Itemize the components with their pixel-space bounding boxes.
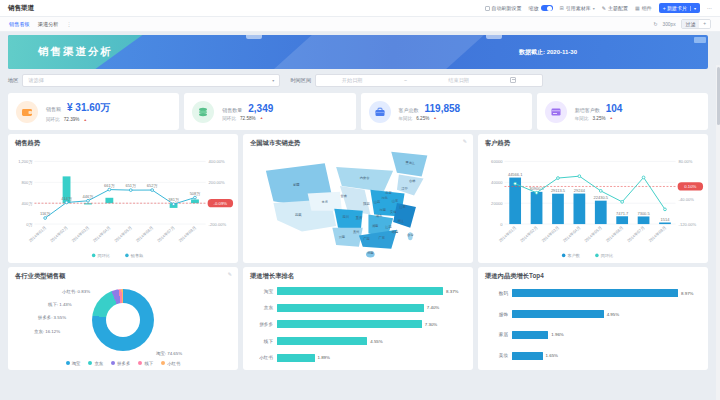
tabs: 销售看板 渠道分析 ⋮ [9,21,72,28]
auto-refresh-checkbox[interactable]: 自动刷新设置 [485,5,522,11]
view-segment-control: 过滤 + [681,19,711,29]
svg-text:-120.00%: -120.00% [679,222,697,227]
hbar-row[interactable]: 家居 1.96% [486,331,698,339]
svg-text:河南: 河南 [379,208,386,212]
customer-trend-chart[interactable]: 600004000020000080.00%-40.00%-120.00%445… [480,148,706,262]
svg-text:0: 0 [500,222,503,227]
svg-text:508万: 508万 [190,191,201,196]
svg-text:吉林: 吉林 [409,179,416,183]
kpi-card-new-customers: 新增客户数104 年同比3.25%▲ [537,93,708,130]
kpi-row: 销售额¥ 31.60万 同环比72.39%▲ 销售数量2,349 同环比72.5… [8,93,708,130]
tab-sales-board[interactable]: 销售看板 [9,21,30,28]
auto-refresh-label: 自动刷新设置 [492,5,522,11]
kpi-label: 新增客户数 [575,107,600,113]
svg-text:60000: 60000 [491,159,503,164]
region-placeholder: 请选择 [28,77,44,84]
hbar-category: 数码 [486,291,508,296]
pencil-icon: ✎ [602,5,606,11]
legend-item[interactable]: 京东 [88,361,103,366]
legend-item[interactable]: 淘宝 [66,361,81,366]
svg-text:2014年08月: 2014年08月 [648,225,668,243]
combo-chart-svg: 1,200万800万400万0万400.00%200.00%-200.00%11… [10,148,236,262]
grid-icon: ⊞ [560,5,564,11]
scrollbar-thumb[interactable] [717,67,720,125]
date-range-picker[interactable]: 开始日期 ~ 结束日期 [315,74,543,87]
svg-text:2014年01月: 2014年01月 [28,225,48,243]
filter-row: 地区 请选择 ▾ 时间区间 开始日期 ~ 结束日期 [8,69,708,91]
banner-notch [486,35,502,39]
svg-text:甘肃: 甘肃 [341,194,348,198]
hbar-bar [277,337,367,345]
hbar-value: 8.97% [681,291,693,296]
component-button[interactable]: ▦ 组件 [635,5,652,11]
kpi-sub-value: 72.58% [240,116,256,121]
wallet-icon [16,101,38,123]
zoom-toggle[interactable] [541,5,553,12]
hbar-row[interactable]: 拼多多 7.30% [251,320,463,328]
svg-text:陕西: 陕西 [363,201,370,206]
svg-text:同环比: 同环比 [601,253,613,258]
more-button[interactable]: ⋯ [707,5,712,11]
checkbox-icon[interactable] [485,6,490,11]
china-map-card: 全国城市实销走势 ✎ 新疆西藏青海甘肃内蒙古黑龙江吉林辽宁北京河北山西山东河南陕… [243,134,473,263]
svg-text:2014年04月: 2014年04月 [562,225,582,243]
svg-text:0万: 0万 [26,222,32,227]
tab-more-icon[interactable]: ⋮ [67,21,72,27]
legend-item[interactable]: 拼多多 [111,361,130,366]
hbar-row[interactable]: 服饰 4.95% [486,310,698,318]
library-menu[interactable]: ⊞ 引用素材库 ▾ [560,5,595,11]
region-select[interactable]: 请选择 ▾ [22,74,280,87]
chevron-down-icon[interactable]: ▾ [690,6,696,11]
chart-title: 全国城市实销走势 [243,134,473,149]
chevron-down-icon: ▾ [593,6,595,11]
hbar-row[interactable]: 美妆 1.65% [486,352,698,360]
kpi-sub-value: 3.25% [593,116,606,121]
legend-item[interactable]: 线下 [138,361,153,366]
pencil-icon[interactable]: ✎ [228,271,232,277]
theme-button[interactable]: ✎ 主题配置 [602,5,628,11]
hbar-row[interactable]: 线下 4.55% [251,337,463,345]
svg-text:414万: 414万 [61,196,72,201]
svg-text:2014年05月: 2014年05月 [113,225,133,243]
donut-ring[interactable] [92,289,154,351]
refresh-icon[interactable]: ↻ [653,22,657,27]
pie-slice-label: 拼多多: 3.55% [38,315,66,320]
top4-chart[interactable]: 数码 8.97% 服饰 4.95% 家居 1.96% 美妆 1.65% [486,283,698,366]
svg-text:福建: 福建 [392,230,399,234]
svg-text:0.10%: 0.10% [684,184,696,189]
pie-slice-label: 线下: 1.43% [48,302,72,307]
hbar-row[interactable]: 淘宝 8.37% [251,287,463,295]
tab-channel-analysis[interactable]: 渠道分析 [38,21,59,28]
industry-donut-chart[interactable]: 淘宝: 74.65%小红书: 0.83%线下: 1.43%拼多多: 3.55%京… [8,279,238,370]
growth-rank-chart[interactable]: 淘宝 8.37% 京东 7.40% 拼多多 7.30% 线下 4.55% 小红书… [251,283,463,366]
hbar-row[interactable]: 京东 7.40% [251,304,463,312]
svg-text:661万: 661万 [104,183,115,188]
hbar-value: 1.65% [546,353,558,358]
svg-text:22430.5: 22430.5 [594,195,609,200]
hbar-category: 京东 [251,305,273,310]
chart-row-2: 各行业类型销售额 ✎ 淘宝: 74.65%小红书: 0.83%线下: 1.43%… [8,267,708,370]
svg-text:黑龙江: 黑龙江 [405,161,415,165]
chart-row-1: 销售趋势 1,200万800万400万0万400.00%200.00%-200.… [8,134,708,263]
kpi-value: 119,858 [425,103,461,114]
legend-item[interactable]: 小红书 [161,361,180,366]
trend-up-icon: ▲ [433,116,437,120]
filter-button[interactable]: 过滤 [682,20,700,28]
create-card-button[interactable]: + 新建卡片 ▾ [659,3,700,13]
hbar-row[interactable]: 小红书 1.89% [251,354,463,362]
china-map-chart[interactable]: 新疆西藏青海甘肃内蒙古黑龙江吉林辽宁北京河北山西山东河南陕西四川重庆湖北安徽江苏… [245,148,471,262]
pencil-icon[interactable]: ✎ [463,138,467,144]
svg-text:40000: 40000 [491,180,503,185]
svg-text:1514: 1514 [661,217,671,222]
hbar-row[interactable]: 数码 8.97% [486,289,698,297]
vertical-scrollbar[interactable] [716,65,720,400]
hbar-bar [512,352,543,360]
sales-trend-chart[interactable]: 1,200万800万400万0万400.00%200.00%-200.00%11… [10,148,236,262]
add-view-button[interactable]: + [699,20,710,28]
briefcase-icon [369,101,391,123]
hbar-category: 拼多多 [251,322,273,327]
hbar-category: 线下 [251,339,273,344]
combo-chart-svg: 600004000020000080.00%-40.00%-120.00%445… [480,148,706,262]
banner-notch [246,35,262,39]
svg-text:贵州: 贵州 [353,230,359,234]
